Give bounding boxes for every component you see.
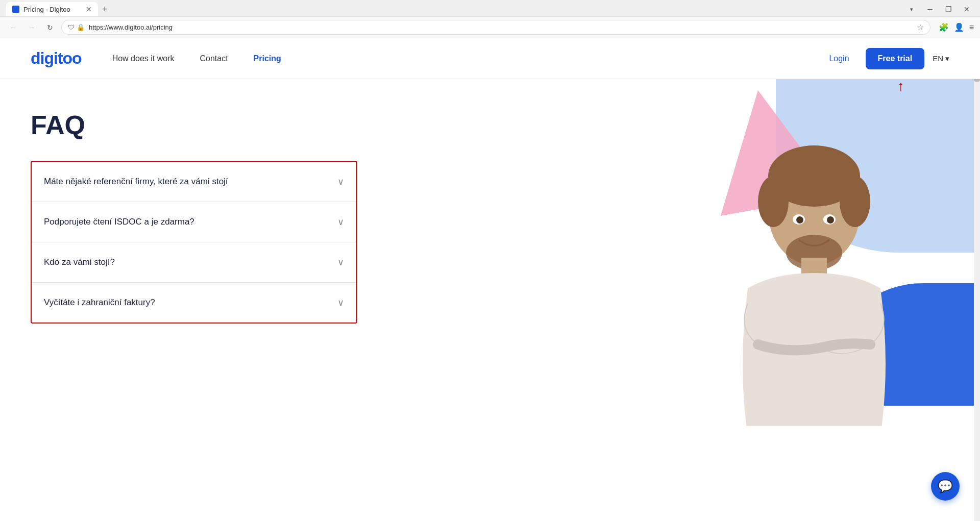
minimize-button[interactable]: ─ xyxy=(923,2,937,16)
lock-icon: 🔒 xyxy=(77,23,85,31)
login-button[interactable]: Login xyxy=(821,50,857,67)
free-trial-button[interactable]: Free trial xyxy=(866,48,925,69)
browser-chrome: Pricing - Digitoo ✕ + ▾ ─ ❐ ✕ ← → ↻ 🛡 🔒 … xyxy=(0,0,980,38)
svg-point-4 xyxy=(840,176,870,227)
back-button[interactable]: ← xyxy=(6,20,20,35)
svg-point-1 xyxy=(768,158,860,265)
tab-title: Pricing - Digitoo xyxy=(23,6,70,13)
faq-question-2: Podporujete čtení ISDOC a je zdarma? xyxy=(44,217,337,227)
menu-icon[interactable]: ≡ xyxy=(969,23,974,32)
tab-favicon xyxy=(12,6,19,13)
browser-tab[interactable]: Pricing - Digitoo ✕ xyxy=(6,2,98,16)
lang-chevron-icon: ▾ xyxy=(945,54,949,63)
bookmark-icon[interactable]: ☆ xyxy=(917,22,924,32)
nav-pricing[interactable]: Pricing xyxy=(254,54,281,63)
faq-question-4: Vyčítáte i zahraniční faktury? xyxy=(44,297,337,308)
faq-question-3: Kdo za vámi stojí? xyxy=(44,257,337,267)
url-text: https://www.digitoo.ai/pricing xyxy=(89,23,913,31)
faq-title: FAQ xyxy=(31,110,949,140)
faq-chevron-1: ∨ xyxy=(337,176,344,187)
chat-button[interactable]: 💬 xyxy=(931,472,960,501)
svg-point-7 xyxy=(823,214,836,225)
logo[interactable]: digitoo xyxy=(31,49,82,68)
faq-chevron-4: ∨ xyxy=(337,297,344,308)
scrollbar[interactable] xyxy=(974,41,980,518)
faq-question-1: Máte nějaké referenční firmy, které za v… xyxy=(44,177,337,187)
language-selector[interactable]: EN ▾ xyxy=(933,54,949,63)
faq-item-1[interactable]: Máte nějaké referenční firmy, které za v… xyxy=(32,162,356,202)
browser-toolbar: ← → ↻ 🛡 🔒 https://www.digitoo.ai/pricing… xyxy=(0,16,980,38)
person-svg xyxy=(707,110,921,426)
blue-shape-large xyxy=(776,79,980,253)
tab-close-button[interactable]: ✕ xyxy=(86,5,92,13)
faq-item-3[interactable]: Kdo za vámi stojí? ∨ xyxy=(32,242,356,283)
svg-point-0 xyxy=(748,273,880,426)
nav-how-it-works[interactable]: How does it work xyxy=(112,54,175,63)
tab-list-button[interactable]: ▾ xyxy=(904,2,919,16)
faq-accordion: Máte nějaké referenční firmy, které za v… xyxy=(31,161,357,324)
annotation-arrow: ↑ xyxy=(897,79,904,93)
nav-actions: Login Free trial EN ▾ xyxy=(821,48,949,69)
svg-rect-10 xyxy=(801,258,827,288)
person-image xyxy=(699,94,929,426)
security-icons: 🛡 🔒 xyxy=(68,23,85,31)
faq-item-2[interactable]: Podporujete čtení ISDOC a je zdarma? ∨ xyxy=(32,202,356,242)
shield-icon: 🛡 xyxy=(68,23,75,31)
main-content: FAQ Máte nějaké referenční firmy, které … xyxy=(0,79,980,436)
blue-shape-small xyxy=(837,283,980,406)
pink-shape xyxy=(700,80,836,216)
nav-contact[interactable]: Contact xyxy=(200,54,228,63)
website-content: digitoo How does it work Contact Pricing… xyxy=(0,38,980,518)
nav-links: How does it work Contact Pricing xyxy=(112,54,821,63)
svg-point-8 xyxy=(796,216,803,224)
svg-point-3 xyxy=(758,176,789,227)
address-bar[interactable]: 🛡 🔒 https://www.digitoo.ai/pricing ☆ xyxy=(61,20,930,35)
maximize-button[interactable]: ❐ xyxy=(941,2,955,16)
new-tab-button[interactable]: + xyxy=(98,4,112,15)
faq-chevron-3: ∨ xyxy=(337,257,344,268)
faq-item-4[interactable]: Vyčítáte i zahraniční faktury? ∨ xyxy=(32,283,356,322)
faq-chevron-2: ∨ xyxy=(337,216,344,228)
svg-point-2 xyxy=(768,145,860,207)
profile-icon[interactable]: 👤 xyxy=(954,22,964,32)
refresh-button[interactable]: ↻ xyxy=(43,20,57,35)
svg-point-5 xyxy=(786,235,842,270)
navbar: digitoo How does it work Contact Pricing… xyxy=(0,38,980,79)
svg-point-6 xyxy=(793,214,805,225)
forward-button[interactable]: → xyxy=(24,20,39,35)
window-controls: ▾ ─ ❐ ✕ xyxy=(904,2,974,16)
close-button[interactable]: ✕ xyxy=(960,2,974,16)
extensions-icon[interactable]: 🧩 xyxy=(939,22,949,32)
browser-action-buttons: 🧩 👤 ≡ xyxy=(939,22,974,32)
lang-label: EN xyxy=(933,54,943,63)
svg-point-9 xyxy=(827,216,834,224)
